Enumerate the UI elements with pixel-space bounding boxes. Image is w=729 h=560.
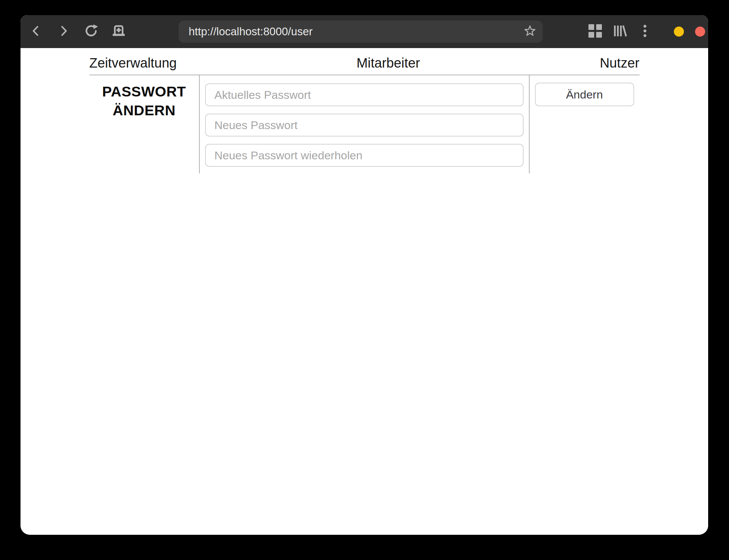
nav-link-mitarbeiter[interactable]: Mitarbeiter [356, 55, 420, 71]
back-icon [29, 24, 43, 39]
url-text: http://localhost:8000/user [189, 25, 313, 38]
current-password-input[interactable] [205, 83, 524, 106]
new-tab-icon [111, 24, 127, 39]
menu-button[interactable] [635, 19, 655, 44]
back-button[interactable] [26, 19, 46, 44]
change-password-button[interactable]: Ändern [535, 83, 634, 106]
main-nav: Zeitverwaltung Mitarbeiter Nutzer [89, 48, 640, 75]
reload-icon [83, 23, 99, 40]
kebab-menu-icon [643, 24, 647, 39]
browser-window: http://localhost:8000/user [21, 15, 708, 535]
address-bar[interactable]: http://localhost:8000/user [179, 21, 543, 43]
close-button[interactable] [695, 27, 705, 37]
password-change-panel: PASSWORT ÄNDERN Ändern [89, 75, 640, 173]
forward-button[interactable] [53, 19, 74, 44]
panel-title-column: PASSWORT ÄNDERN [89, 75, 199, 173]
new-tab-button[interactable] [109, 19, 129, 44]
tab-overview-button[interactable] [585, 19, 605, 44]
titlebar-right-buttons [585, 19, 660, 44]
window-controls [674, 27, 705, 37]
new-password-input[interactable] [205, 114, 524, 136]
desktop-background: http://localhost:8000/user [0, 0, 729, 560]
forward-icon [57, 24, 70, 39]
panel-fields-column [199, 75, 530, 173]
panel-action-column: Ändern [530, 75, 640, 173]
reload-button[interactable] [81, 19, 101, 44]
page-content: Zeitverwaltung Mitarbeiter Nutzer PASSWO… [21, 48, 708, 535]
password-change-heading: PASSWORT ÄNDERN [89, 82, 199, 120]
grid-icon [588, 24, 602, 39]
library-icon [613, 25, 627, 38]
library-button[interactable] [610, 19, 630, 44]
minimize-button[interactable] [674, 27, 684, 37]
bookmark-star-icon [523, 24, 537, 39]
page-container: Zeitverwaltung Mitarbeiter Nutzer PASSWO… [89, 48, 640, 173]
repeat-password-input[interactable] [205, 144, 524, 167]
nav-link-nutzer[interactable]: Nutzer [600, 55, 640, 71]
bookmark-button[interactable] [522, 24, 538, 40]
browser-titlebar: http://localhost:8000/user [21, 15, 708, 48]
nav-link-zeitverwaltung[interactable]: Zeitverwaltung [89, 55, 177, 71]
